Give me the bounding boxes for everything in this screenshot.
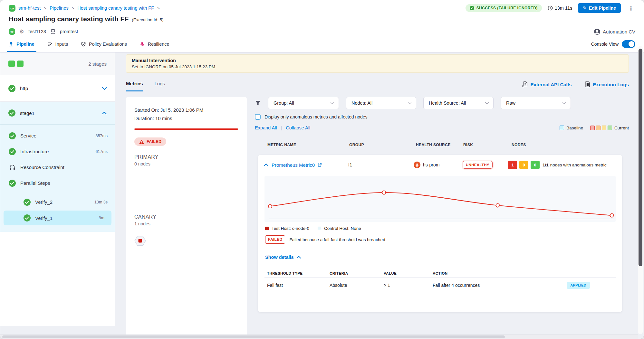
toggle-knob (629, 41, 634, 47)
anomalous-checkbox[interactable] (255, 114, 261, 120)
collapse-all-link[interactable]: Collapse All (286, 125, 310, 130)
console-view-toggle[interactable] (622, 40, 635, 48)
nodes-filter-dropdown[interactable]: Nodes: All (346, 97, 416, 109)
view-tabs: Metrics Logs (126, 81, 165, 91)
step-duration: 617ms (95, 149, 108, 154)
health-source-filter-dropdown[interactable]: Health Source: All (423, 97, 494, 109)
chevron-down-icon (408, 102, 411, 104)
breadcrumb-project-link[interactable]: srm-hf-test (18, 5, 41, 11)
success-check-icon (24, 214, 31, 221)
canary-label: CANARY (134, 214, 238, 220)
horizontal-scrollbar-thumb[interactable] (2, 335, 505, 338)
stage-row-stage1[interactable]: stage1 (0, 102, 115, 124)
thresholds-table-header: THRESHOLD TYPE CRITERIA VALUE ACTION (264, 269, 616, 277)
metric-timeseries-chart[interactable] (264, 176, 616, 222)
panels-row: Started On: Jul 5, 2023 1:06 PM Duration… (126, 97, 629, 339)
data-mode-value: Raw (506, 100, 515, 106)
chevron-down-icon (485, 102, 489, 104)
tab-resilience[interactable]: Resilience (140, 36, 169, 52)
failed-badge: FAILED (265, 235, 285, 244)
breadcrumb-pipeline-link[interactable]: Host sampling canary testing with FF (77, 5, 154, 11)
vertical-scrollbar-thumb[interactable] (639, 49, 642, 266)
chevron-up-icon[interactable] (102, 112, 107, 114)
data-mode-dropdown[interactable]: Raw (501, 97, 571, 109)
edit-pipeline-button[interactable]: ✎ Edit Pipeline (578, 3, 621, 13)
service-name[interactable]: test1123 (28, 29, 46, 34)
user-avatar-icon (594, 29, 600, 35)
stages-sidebar: 2 stages http stage1 Service 857ms (0, 52, 115, 326)
execution-logs-label: Execution Logs (593, 82, 629, 87)
filter-funnel-icon[interactable] (255, 100, 261, 106)
prometheus-icon (414, 162, 420, 168)
group-filter-dropdown[interactable]: Group: All (268, 97, 339, 109)
nodes-summary-text: 1/1nodes with anomalous metric (543, 163, 607, 167)
risk-yellow-swatch (602, 126, 606, 130)
tab-policy-evaluations[interactable]: Policy Evaluations (81, 36, 127, 52)
collapse-chevron-icon[interactable] (264, 164, 268, 166)
metric-health-source: hs-prom (423, 162, 439, 167)
test-host-legend: Test Host: c-node-0 (272, 226, 309, 231)
tab-inputs-label: Inputs (55, 42, 68, 47)
external-api-icon (522, 81, 528, 87)
chevron-down-icon (331, 102, 334, 104)
chart-series-legend: Test Host: c-node-0 Control Host: None (265, 226, 616, 231)
view-tabs-row: Metrics Logs External API Calls Executio… (126, 79, 629, 91)
step-infrastructure[interactable]: Infrastructure 617ms (0, 144, 115, 159)
external-api-calls-link[interactable]: External API Calls (522, 81, 572, 87)
horizontal-scrollbar[interactable] (0, 334, 638, 339)
col-criteria: CRITERIA (330, 271, 384, 275)
success-check-icon (8, 85, 15, 92)
col-risk: RISK (463, 143, 473, 147)
metric-name-link[interactable]: Prometheus Metric0 (272, 162, 322, 168)
step-label: Infrastructure (20, 149, 91, 154)
tab-inputs[interactable]: Inputs (47, 36, 68, 52)
control-host-swatch (318, 227, 321, 230)
nodes-fraction: 1/1 (543, 163, 549, 167)
canary-node-hexagon[interactable] (134, 235, 146, 246)
resource-constraint-icon (9, 164, 16, 171)
title-row: Host sampling canary testing with FF (Ex… (9, 15, 635, 23)
step-parallel-steps[interactable]: Parallel Steps (0, 175, 115, 191)
filter-row: Group: All Nodes: All Health Source: All (255, 97, 629, 109)
tab-policy-evaluations-label: Policy Evaluations (89, 42, 127, 47)
vertical-scrollbar[interactable] (638, 46, 643, 334)
risk-red-swatch (590, 126, 595, 130)
banner-title: Manual Intervention (132, 58, 623, 63)
step-service[interactable]: Service 857ms (0, 128, 115, 144)
tab-pipeline[interactable]: Pipeline (9, 36, 34, 52)
step-label: Verify_2 (35, 199, 90, 205)
started-on: Started On: Jul 5, 2023 1:06 PM (134, 106, 238, 114)
clock-icon (548, 5, 553, 11)
divider: | (281, 125, 282, 130)
execution-logs-link[interactable]: Execution Logs (585, 81, 629, 87)
success-check-icon (9, 180, 16, 187)
metric-chart-svg (264, 176, 616, 222)
chevron-down-icon[interactable] (102, 87, 107, 90)
stage-row-http[interactable]: http (0, 75, 115, 102)
status-badge-label: SUCCESS (FAILURE IGNORED) (476, 6, 538, 10)
pencil-icon: ✎ (583, 5, 587, 11)
primary-nodes-count: 0 nodes (134, 161, 238, 166)
step-verify-2[interactable]: Verify_2 13m 3s (0, 194, 115, 210)
health-source-name[interactable]: promtest (60, 29, 78, 34)
stages-count: 2 stages (88, 61, 107, 67)
expand-all-link[interactable]: Expand All (255, 125, 277, 130)
meta-left: ∞ ⚙ test1123 promtest (9, 28, 78, 35)
step-duration: 9m (99, 216, 104, 220)
thresholds-table: THRESHOLD TYPE CRITERIA VALUE ACTION Fai… (264, 269, 616, 293)
step-resource-constraint[interactable]: Resource Constraint (0, 159, 115, 175)
col-value: VALUE (384, 271, 433, 275)
summary-duration: Duration: 10 mins (134, 114, 238, 123)
current-legend-label: Current (614, 126, 629, 130)
meta-row: ∞ ⚙ test1123 promtest Automation CV (9, 27, 635, 36)
health-source-filter-value: Health Source: All (429, 100, 466, 106)
show-details-link[interactable]: Show details (265, 255, 616, 260)
metric-row-header[interactable]: Prometheus Metric0 f1 hs-prom UNHEALTHY … (258, 155, 622, 175)
more-options-icon[interactable]: ⋮ (627, 5, 635, 12)
gear-icon: ⚙ (19, 28, 24, 35)
tab-logs[interactable]: Logs (155, 81, 165, 91)
step-verify-1-selected[interactable]: Verify_1 9m (4, 211, 111, 225)
col-action: ACTION (433, 271, 616, 275)
breadcrumb-pipelines-link[interactable]: Pipelines (50, 5, 69, 11)
tab-metrics[interactable]: Metrics (126, 81, 143, 91)
